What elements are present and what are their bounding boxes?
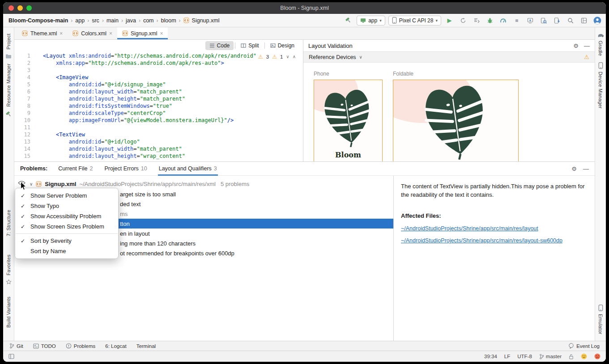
toolwindow-problems[interactable]: Problems xyxy=(66,343,96,349)
build-hammer-icon[interactable] xyxy=(343,16,353,25)
sidebar-item-structure[interactable]: 7: Structure xyxy=(6,210,11,236)
feedback-smile-icon[interactable] xyxy=(581,353,587,360)
affected-file-link[interactable]: ~/AndroidStudioProjects/Shrine/app/src/m… xyxy=(401,224,588,233)
phone-preview[interactable]: Bloom xyxy=(314,80,383,161)
toolwindow-toggle-icon[interactable] xyxy=(9,354,14,359)
tab-project-errors[interactable]: Project Errors 10 xyxy=(103,162,148,176)
profile-button[interactable] xyxy=(498,16,508,25)
build-icon[interactable] xyxy=(5,111,12,118)
zoom-window-button[interactable] xyxy=(26,5,32,11)
inspection-widget[interactable]: ⚠ 3 ⚠ 1 ∨ ∧ xyxy=(258,53,296,60)
code-line[interactable]: 9 android:scaleType="centerCrop" xyxy=(14,110,303,117)
sidebar-item-project[interactable]: Project xyxy=(6,34,11,50)
menu-item-show-accessibility-problem[interactable]: ✓Show Accessibility Problem xyxy=(15,211,118,221)
breadcrumb-file[interactable]: Signup.xml xyxy=(192,17,220,24)
next-warning-icon[interactable]: ∨ xyxy=(286,53,289,60)
code-line[interactable]: 2 xmlns:app="http://schemas.android.com/… xyxy=(14,59,303,67)
tab-current-file[interactable]: Current File 2 xyxy=(57,162,94,176)
menu-item-show-typo[interactable]: ✓Show Typo xyxy=(15,201,118,211)
apply-changes-icon[interactable] xyxy=(458,16,468,25)
cursor-position[interactable]: 39:34 xyxy=(484,354,497,359)
sidebar-item-resource-manager[interactable]: Resource Manager xyxy=(6,63,11,107)
sidebar-item-gradle[interactable]: Gradle xyxy=(598,41,603,56)
tab-theme-xml[interactable]: Theme.xml × xyxy=(17,27,68,39)
toolwindow-todo[interactable]: TODO xyxy=(33,343,56,349)
avatar[interactable] xyxy=(592,16,602,25)
emulator-icon[interactable] xyxy=(598,305,603,311)
code-line[interactable]: 4 <ImageView xyxy=(14,74,303,81)
lock-icon[interactable] xyxy=(569,354,574,360)
run-button[interactable]: ▶ xyxy=(444,16,455,25)
line-ending-indicator[interactable]: LF xyxy=(504,354,510,359)
code-line[interactable]: 5 android:id="@+id/signup_image" xyxy=(14,81,303,88)
breadcrumb-item[interactable]: src xyxy=(92,17,99,24)
run-config-select[interactable]: app ▾ xyxy=(357,16,385,25)
breadcrumb-item[interactable]: main xyxy=(106,17,119,24)
titlebar[interactable]: Bloom - Signup.xml xyxy=(3,2,606,14)
git-branch-widget[interactable]: master xyxy=(539,354,562,360)
toolwindow-git[interactable]: Git xyxy=(9,343,23,349)
project-structure-icon[interactable] xyxy=(579,16,589,25)
menu-item-sort-by-severity[interactable]: ✓Sort by Severity xyxy=(15,236,118,246)
device-file-explorer-icon[interactable] xyxy=(552,16,562,25)
stop-button[interactable]: ■ xyxy=(511,16,522,25)
chevron-down-icon[interactable]: ∨ xyxy=(30,182,33,186)
code-line[interactable]: 12 <TextView xyxy=(14,131,303,138)
event-log-button[interactable]: Event Log xyxy=(568,343,600,349)
sidebar-item-emulator[interactable]: Emulator xyxy=(598,314,603,334)
gradle-icon[interactable] xyxy=(597,33,604,38)
gear-icon[interactable]: ⚙ xyxy=(571,165,577,172)
prev-warning-icon[interactable]: ∧ xyxy=(293,53,296,60)
code-line[interactable]: 8 android:fitsSystemWindows="true" xyxy=(14,102,303,110)
code-line[interactable]: 3 xyxy=(14,67,303,74)
code-line[interactable]: 6 android:layout_width="match_parent" xyxy=(14,88,303,95)
hide-panel-icon[interactable]: — xyxy=(584,42,590,49)
mode-design[interactable]: Design xyxy=(266,41,298,50)
device-manager-icon[interactable] xyxy=(598,62,603,69)
close-icon[interactable]: × xyxy=(160,30,163,37)
breadcrumb-item[interactable]: com xyxy=(143,17,154,24)
toolwindow-logcat[interactable]: 6: Logcat xyxy=(105,343,126,349)
device-select[interactable]: Pixel C API 28 ▾ xyxy=(388,16,441,25)
sidebar-item-build-variants[interactable]: Build Variants xyxy=(6,296,11,328)
breadcrumb-item[interactable]: Bloom-Compose-main xyxy=(9,17,68,24)
debug-button[interactable] xyxy=(485,16,495,25)
layout-inspector-icon[interactable] xyxy=(538,16,549,25)
apply-code-changes-icon[interactable] xyxy=(471,16,481,25)
close-window-button[interactable] xyxy=(9,5,14,11)
menu-item-sort-by-name[interactable]: Sort by Name xyxy=(15,246,118,256)
attach-debugger-icon[interactable] xyxy=(525,16,535,25)
breadcrumb-item[interactable]: java xyxy=(126,17,136,24)
mode-split[interactable]: Split xyxy=(237,41,263,50)
toolwindow-terminal[interactable]: Terminal xyxy=(136,343,156,349)
menu-item-show-screen-sizes-problem[interactable]: ✓Show Screen Sizes Problem xyxy=(15,221,118,232)
close-icon[interactable]: × xyxy=(60,30,63,37)
sidebar-item-device-manager[interactable]: Device Manager xyxy=(598,72,603,109)
breadcrumb-item[interactable]: bloom xyxy=(161,17,176,24)
gear-icon[interactable]: ⚙ xyxy=(573,42,579,49)
search-icon[interactable] xyxy=(565,16,575,25)
tab-signup-xml[interactable]: Signup.xml × xyxy=(117,27,168,39)
code-line[interactable]: 14 android:layout_width="match_parent" xyxy=(14,145,303,152)
code-area[interactable]: 1<Layout xmlns:android="http://schemas.a… xyxy=(14,51,303,161)
feedback-frown-icon[interactable] xyxy=(594,353,600,360)
foldable-preview[interactable] xyxy=(393,80,519,161)
folder-icon[interactable] xyxy=(5,54,12,59)
sidebar-item-favorites[interactable]: Favorites xyxy=(6,254,11,275)
close-icon[interactable]: × xyxy=(109,30,112,37)
code-editor[interactable]: Code Split Design xyxy=(14,40,303,161)
code-line[interactable]: 11 xyxy=(14,124,303,131)
encoding-indicator[interactable]: UTF-8 xyxy=(517,354,532,359)
breadcrumb-item[interactable]: app xyxy=(75,17,85,24)
tab-colors-xml[interactable]: Colors.xml × xyxy=(68,27,117,39)
star-icon[interactable] xyxy=(6,279,12,285)
affected-file-link[interactable]: ~/AndroidStudioProjects/Shrine/app/src/m… xyxy=(401,237,588,245)
tab-layout-and-qualifiers[interactable]: Layout and Qualifiers 3 xyxy=(158,162,218,176)
minimize-window-button[interactable] xyxy=(17,5,23,11)
mode-code[interactable]: Code xyxy=(205,41,234,50)
hide-panel-icon[interactable]: — xyxy=(583,165,589,172)
reference-devices-selector[interactable]: Reference Devices ∨ ⚠ xyxy=(303,51,595,63)
code-line[interactable]: 7 android:layout_height="match_parent" xyxy=(14,95,303,102)
code-line[interactable]: 13 android:id="@+id/logo" xyxy=(14,138,303,145)
code-line[interactable]: 10 app:imageFromUrl="@{viewModel.monster… xyxy=(14,117,303,124)
